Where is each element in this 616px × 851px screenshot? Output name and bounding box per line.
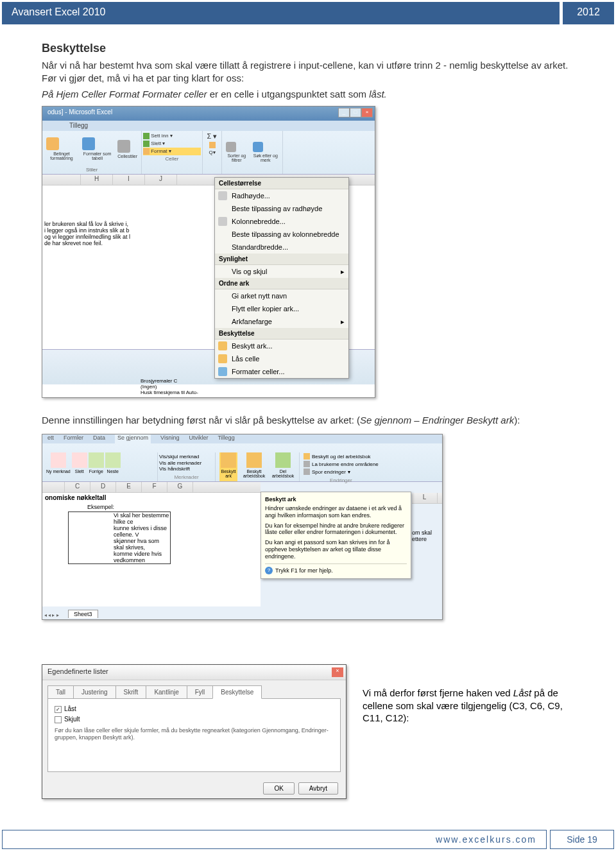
locked-checkbox-row[interactable]: ✓Låst	[55, 705, 334, 713]
autofit-column-item[interactable]: Beste tilpassing av kolonnebredde	[215, 228, 348, 241]
paragraph-3: Denne innstillingen har betydning først …	[42, 414, 574, 427]
column-i[interactable]: I	[113, 175, 145, 185]
comment-view-group: Vis/skjul merknad Vis alle merknader Vis…	[158, 452, 216, 481]
locked-checkbox[interactable]: ✓	[55, 706, 62, 713]
tab-kantlinje[interactable]: Kantlinje	[146, 685, 187, 699]
tab-segjennom[interactable]: Se gjennom	[115, 434, 151, 443]
autofit-row-item[interactable]: Beste tilpassing av radhøyde	[215, 202, 348, 215]
default-width-item[interactable]: Standardbredde...	[215, 241, 348, 254]
tab-data[interactable]: Data	[93, 434, 105, 443]
tooltip-help-hint: ? Trykk F1 for mer hjelp.	[265, 563, 407, 574]
tab-ett[interactable]: ett	[47, 434, 54, 443]
track-changes-button[interactable]: Spor endringer ▾	[304, 468, 379, 476]
paragraph-1: Når vi nå har bestemt hva som skal være …	[42, 59, 574, 84]
insert-button[interactable]: Sett inn ▾	[143, 132, 201, 140]
document-header: Avansert Excel 2010 2012	[2, 2, 614, 24]
next-comment-button[interactable]: Neste	[105, 452, 121, 481]
help-icon: ?	[265, 567, 273, 574]
ok-button[interactable]: OK	[263, 782, 294, 795]
column-h[interactable]: H	[81, 175, 113, 185]
tab-justering[interactable]: Justering	[73, 685, 116, 699]
column-width-item[interactable]: Kolonnebredde...	[215, 215, 348, 228]
tab-tall[interactable]: Tall	[47, 685, 74, 699]
ribbon-editing-group: Sorter og filtrer Søk etter og merk	[222, 131, 283, 174]
protect-sheet-button[interactable]: Beskytt ark	[219, 452, 237, 481]
sheet-tab[interactable]: Sheet3	[68, 610, 98, 618]
ribbon-tab-tillegg[interactable]: Tillegg	[69, 122, 88, 129]
cell-styles-icon[interactable]	[117, 140, 130, 153]
lock-cell-item[interactable]: Lås celle	[215, 352, 348, 365]
ribbon-cells-group: Sett inn ▾ Slett ▾ Format ▾ Celler	[142, 131, 203, 174]
bottom-panel: Brosjyremaler C (Ingen) Husk timeskjema …	[139, 376, 267, 397]
header-year: 2012	[563, 2, 614, 24]
tab-skrift[interactable]: Skrift	[116, 685, 147, 699]
right-explanation-text: Vi må derfor først fjerne haken ved Låst…	[363, 687, 574, 725]
prev-comment-button[interactable]: Forrige	[89, 452, 104, 481]
row-title: onomiske nøkkeltall	[42, 493, 261, 503]
ribbon-tabs: ett Formler Data Se gjennom Visning Utvi…	[42, 434, 442, 443]
sheet-nav-arrows[interactable]: ◂ ◂ ▸ ▸	[44, 612, 59, 618]
format-cells-dialog-screenshot: Egendefinerte lister × Tall Justering Sk…	[42, 664, 346, 799]
dialog-close-button[interactable]: ×	[332, 667, 343, 677]
hide-show-item[interactable]: Vis og skjul▸	[215, 265, 348, 278]
header-title: Avansert Excel 2010	[2, 2, 560, 24]
tab-formler[interactable]: Formler	[64, 434, 83, 443]
protect-share-button[interactable]: Beskytt og del arbeidsbok	[304, 452, 379, 460]
tab-utvikler[interactable]: Utvikler	[189, 434, 208, 443]
sort-filter-icon[interactable]	[226, 142, 236, 152]
tab-visning[interactable]: Visning	[160, 434, 179, 443]
allow-users-edit-button[interactable]: La brukerne endre områdene	[304, 460, 379, 468]
dialog-tab-strip: Tall Justering Skrift Kantlinje Fyll Bes…	[47, 685, 341, 699]
excel-format-menu-screenshot: odus] - Microsoft Excel _ □ × Tillegg Be…	[42, 106, 375, 398]
close-button[interactable]: ×	[361, 108, 373, 117]
ribbon-styles-group: Betinget formatering Formater som tabell…	[42, 131, 142, 174]
minimize-button[interactable]: _	[338, 108, 350, 117]
review-ribbon: Ny merknad Slett Forrige Neste	[42, 443, 442, 482]
move-copy-sheet-item[interactable]: Flytt eller kopier ark...	[215, 302, 348, 315]
document-footer: www.excelkurs.com Side 19	[2, 830, 614, 849]
footer-page-number: Side 19	[550, 830, 614, 849]
format-dropdown-menu: Cellestørrelse Radhøyde... Beste tilpass…	[214, 177, 349, 379]
hidden-checkbox-row[interactable]: Skjult	[55, 716, 334, 723]
dialog-content: ✓Låst Skjult Før du kan låse celler elle…	[47, 698, 341, 772]
dialog-button-row: OK Avbryt	[263, 782, 338, 795]
delete-button[interactable]: Slett ▾	[143, 140, 201, 148]
show-hide-comment[interactable]: Vis/skjul merknad	[159, 454, 214, 460]
footer-link: www.excelkurs.com	[2, 830, 547, 849]
format-as-table-icon[interactable]	[82, 137, 95, 150]
tab-beskyttelse[interactable]: Beskyttelse	[212, 685, 262, 699]
maximize-button[interactable]: □	[350, 108, 361, 117]
find-select-icon[interactable]	[253, 142, 263, 152]
section-title: Beskyttelse	[42, 42, 574, 55]
tab-color-item[interactable]: Arkfanefarge▸	[215, 315, 348, 328]
dialog-title-bar: Egendefinerte lister ×	[42, 665, 346, 680]
excel-title-bar: odus] - Microsoft Excel _ □ ×	[42, 107, 375, 121]
row-height-item[interactable]: Radhøyde...	[215, 189, 348, 202]
window-controls: _ □ ×	[338, 108, 373, 117]
rename-sheet-item[interactable]: Gi arket nytt navn	[215, 289, 348, 302]
excel-review-protect-screenshot: ett Formler Data Se gjennom Visning Utvi…	[42, 434, 443, 620]
conditional-formatting-icon[interactable]	[46, 137, 59, 150]
tab-tillegg[interactable]: Tillegg	[218, 434, 234, 443]
hidden-checkbox[interactable]	[55, 716, 62, 723]
ribbon-sum-group: Σ ▾ Q▾	[203, 131, 222, 174]
paragraph-2: På Hjem Celler Format Formater celler er…	[42, 88, 574, 101]
show-ink[interactable]: Vis håndskrift	[159, 466, 214, 472]
share-workbook-button[interactable]: Del arbeidsbok	[271, 452, 295, 481]
worksheet-grid-2: C D E F G onomiske nøkkeltall Eksempel: …	[42, 482, 261, 606]
tab-fyll[interactable]: Fyll	[187, 685, 214, 699]
show-all-comments[interactable]: Vis alle merknader	[159, 460, 214, 467]
ribbon: Betinget formatering Formater som tabell…	[42, 131, 375, 175]
changes-group: Beskytt og del arbeidsbok La brukerne en…	[299, 452, 379, 481]
delete-comment-button[interactable]: Slett	[72, 452, 87, 481]
protect-workbook-button[interactable]: Beskytt arbeidsbok	[239, 452, 270, 481]
dialog-description: Før du kan låse celler eller skjule form…	[55, 727, 334, 742]
ribbon-tab-row: Tillegg	[42, 121, 375, 131]
cancel-button[interactable]: Avbryt	[298, 782, 338, 795]
protect-sheet-item[interactable]: Beskytt ark...	[215, 340, 348, 352]
column-j[interactable]: J	[145, 175, 177, 185]
format-button[interactable]: Format ▾	[143, 148, 201, 155]
protect-sheet-tooltip: Beskytt ark Hindrer uønskede endringer a…	[261, 492, 411, 579]
format-cells-item[interactable]: Formater celler...	[215, 365, 348, 378]
new-comment-button[interactable]: Ny merknad	[46, 452, 71, 481]
